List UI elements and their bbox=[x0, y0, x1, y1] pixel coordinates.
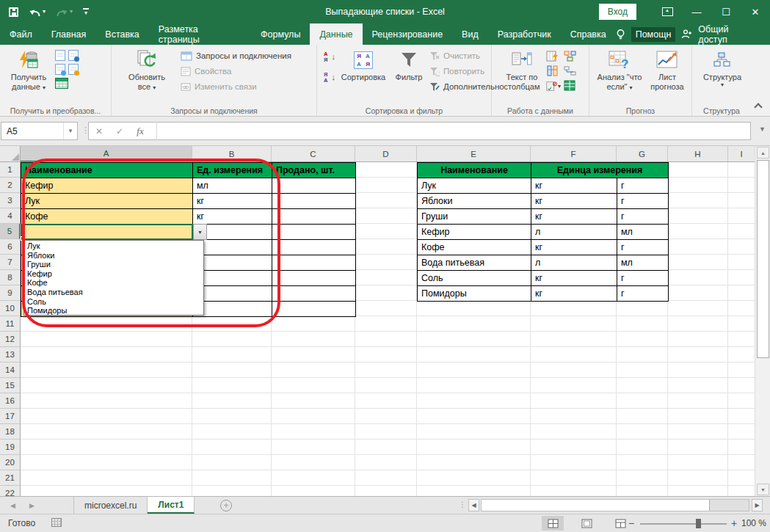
row-header-16[interactable]: 16 bbox=[0, 393, 20, 409]
tab-formulas[interactable]: Формулы bbox=[251, 23, 310, 45]
cell[interactable]: Кофе bbox=[21, 209, 193, 225]
sort-button[interactable]: ЯААЯ Сортировка bbox=[335, 47, 391, 82]
cell[interactable]: мл bbox=[617, 255, 669, 271]
row-header-19[interactable]: 19 bbox=[0, 440, 20, 455]
cell[interactable]: Кефир bbox=[21, 178, 193, 194]
what-if-analysis-button[interactable]: ? Анализ "что если" ▾ bbox=[594, 47, 645, 92]
filter-button[interactable]: Фильтр bbox=[391, 47, 426, 82]
row-header-20[interactable]: 20 bbox=[0, 455, 20, 470]
cell[interactable]: кг bbox=[531, 286, 617, 302]
row-header-22[interactable]: 22 bbox=[0, 486, 20, 496]
new-sheet-button[interactable]: + bbox=[220, 500, 232, 511]
cell[interactable]: мл bbox=[193, 178, 272, 194]
get-data-button[interactable]: Получить данные ▾ bbox=[4, 47, 54, 92]
cell[interactable] bbox=[193, 302, 272, 317]
sort-descending-button[interactable]: ЯА↓ bbox=[323, 72, 335, 84]
cell[interactable]: Яблоки bbox=[418, 194, 531, 209]
row-header-3[interactable]: 3 bbox=[0, 193, 20, 208]
row-header-11[interactable]: 11 bbox=[0, 316, 20, 332]
name-box[interactable]: A5 ▼ bbox=[1, 122, 78, 140]
normal-view-button[interactable] bbox=[542, 516, 564, 531]
cell[interactable] bbox=[193, 255, 272, 271]
sheet-tab-microexcel[interactable]: microexcel.ru bbox=[73, 497, 148, 514]
new-query-icon[interactable] bbox=[55, 50, 65, 61]
cell[interactable]: кг bbox=[531, 194, 617, 209]
cell[interactable] bbox=[272, 255, 356, 271]
from-table-icon[interactable] bbox=[55, 78, 68, 89]
tab-scroll-splitter[interactable]: ⋮ bbox=[459, 500, 466, 509]
tab-page-layout[interactable]: Разметка страницы bbox=[149, 23, 251, 45]
dropdown-item[interactable]: Вода питьевая bbox=[24, 288, 203, 297]
tab-home[interactable]: Главная bbox=[42, 23, 96, 45]
zoom-slider-track[interactable] bbox=[640, 523, 727, 525]
dropdown-item[interactable]: Кефир bbox=[24, 269, 203, 279]
horizontal-scrollbar[interactable] bbox=[481, 499, 749, 511]
cell[interactable]: кг bbox=[531, 209, 617, 225]
column-header-H[interactable]: H bbox=[668, 146, 728, 162]
cell[interactable]: л bbox=[531, 255, 617, 271]
cell[interactable]: кг bbox=[193, 194, 272, 209]
enter-icon[interactable]: ✓ bbox=[109, 126, 130, 136]
row-header-9[interactable]: 9 bbox=[0, 285, 20, 301]
table2-header-unit[interactable]: Единца измерения bbox=[531, 163, 669, 178]
row-header-2[interactable]: 2 bbox=[0, 178, 20, 193]
remove-duplicates-icon[interactable] bbox=[546, 65, 561, 78]
structure-button[interactable]: Структура ▾ bbox=[698, 47, 747, 88]
forecast-sheet-button[interactable]: Лист прогноза bbox=[645, 47, 689, 92]
select-all-corner[interactable] bbox=[0, 146, 21, 162]
vertical-scrollbar[interactable]: ▲ ▼ bbox=[755, 146, 770, 496]
queries-connections-button[interactable]: Запросы и подключения bbox=[181, 50, 291, 62]
tab-review[interactable]: Рецензирование bbox=[363, 23, 453, 45]
expand-formula-bar-icon[interactable]: ▼ bbox=[759, 125, 766, 133]
sheet-cells[interactable]: НаименованиеЕд. измеренияПродано, шт.Кеф… bbox=[21, 162, 755, 496]
row-header-12[interactable]: 12 bbox=[0, 332, 20, 347]
cell[interactable]: Кофе bbox=[418, 240, 531, 255]
sheet-tab-list1[interactable]: Лист1 bbox=[148, 497, 195, 514]
cell[interactable] bbox=[272, 302, 356, 317]
scroll-down-button[interactable]: ▼ bbox=[757, 484, 769, 495]
cell[interactable]: л bbox=[531, 225, 617, 240]
manage-data-model-icon[interactable] bbox=[564, 80, 578, 92]
zoom-in-button[interactable]: + bbox=[731, 517, 737, 529]
table1-header-1[interactable]: Ед. измерения bbox=[193, 163, 272, 178]
collapse-ribbon-button[interactable] bbox=[754, 103, 762, 111]
tab-help[interactable]: Справка bbox=[561, 23, 616, 45]
cell[interactable]: кг bbox=[193, 209, 272, 225]
dropdown-item[interactable]: Соль bbox=[24, 297, 203, 307]
horizontal-scroll-thumb[interactable] bbox=[482, 500, 710, 511]
insert-function-icon[interactable]: fx bbox=[130, 125, 150, 137]
cell[interactable] bbox=[272, 271, 356, 286]
row-header-13[interactable]: 13 bbox=[0, 347, 20, 362]
scroll-right-button[interactable]: ▶ bbox=[752, 499, 763, 511]
tab-view[interactable]: Вид bbox=[452, 23, 488, 45]
tell-me-input[interactable]: Помощн bbox=[631, 27, 676, 42]
scroll-left-button[interactable]: ◀ bbox=[468, 499, 479, 511]
cell[interactable] bbox=[272, 178, 356, 194]
sort-ascending-button[interactable]: АЯ↓ bbox=[323, 51, 335, 63]
refresh-all-button[interactable]: Обновить все ▾ bbox=[122, 47, 172, 92]
row-header-8[interactable]: 8 bbox=[0, 270, 20, 285]
maximize-button[interactable]: ☐ bbox=[711, 0, 741, 23]
zoom-level[interactable]: 100 % bbox=[738, 518, 766, 528]
dropdown-item[interactable]: Помидоры bbox=[24, 306, 203, 316]
flash-fill-icon[interactable] bbox=[546, 51, 561, 63]
dropdown-item[interactable]: Груши bbox=[24, 260, 203, 269]
next-sheet-button[interactable]: ▶ bbox=[29, 497, 34, 514]
tab-data[interactable]: Данные bbox=[310, 23, 362, 45]
cell[interactable]: г bbox=[617, 286, 669, 302]
cell[interactable]: Лук bbox=[21, 194, 193, 209]
vertical-scroll-thumb[interactable] bbox=[757, 160, 769, 358]
sign-in-button[interactable]: Вход bbox=[599, 4, 636, 20]
existing-connections-icon[interactable] bbox=[68, 64, 79, 75]
cell[interactable] bbox=[272, 194, 356, 209]
tab-insert[interactable]: Вставка bbox=[95, 23, 148, 45]
save-icon[interactable] bbox=[9, 7, 18, 17]
row-header-6[interactable]: 6 bbox=[0, 239, 20, 255]
close-button[interactable]: ✕ bbox=[741, 0, 770, 23]
cell[interactable] bbox=[193, 286, 272, 302]
column-header-G[interactable]: G bbox=[617, 146, 668, 162]
cell[interactable] bbox=[272, 225, 356, 240]
cell[interactable]: мл bbox=[617, 225, 669, 240]
column-header-F[interactable]: F bbox=[531, 146, 617, 162]
column-header-C[interactable]: C bbox=[272, 146, 355, 162]
